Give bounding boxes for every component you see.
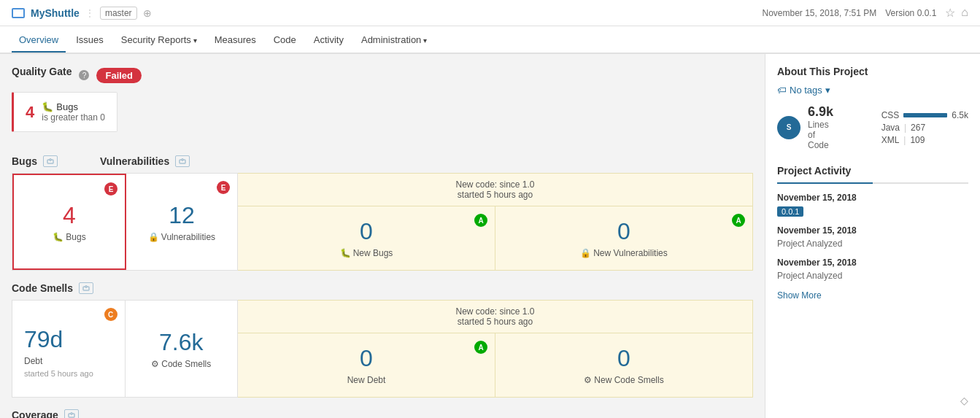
- activity-version-1[interactable]: 0.0.1: [777, 206, 803, 217]
- new-debt-cell[interactable]: A 0 New Debt: [238, 333, 495, 397]
- loc-label: Lines of Code: [808, 120, 838, 150]
- lang-xml-name: XML: [881, 135, 900, 145]
- timestamp: November 15, 2018, 7:51 PM: [763, 8, 877, 18]
- activity-section: Project Activity November 15, 2018 0.0.1…: [777, 165, 968, 301]
- new-vulns-label: 🔒 New Vulnerabilities: [580, 248, 668, 258]
- diamond-icon: ◇: [960, 395, 968, 406]
- lang-java: Java | 267: [881, 123, 968, 133]
- smells-cell[interactable]: 7.6k ⚙ Code Smells: [126, 301, 238, 397]
- new-smells-label: ⚙ New Code Smells: [584, 375, 663, 385]
- new-debt-badge: A: [474, 341, 487, 354]
- add-branch-icon[interactable]: ⊕: [143, 7, 152, 19]
- topbar: MyShuttle ⋮ master ⊕ November 15, 2018, …: [0, 0, 980, 26]
- new-bugs-label: 🐛 New Bugs: [340, 248, 393, 258]
- lang-css-name: CSS: [881, 110, 900, 120]
- loc-value[interactable]: 6.9k: [808, 104, 833, 119]
- lang-java-value: 267: [911, 123, 925, 133]
- home-icon[interactable]: ⌂: [961, 6, 968, 20]
- debt-badge: C: [104, 308, 117, 321]
- lang-java-sep: |: [904, 123, 906, 133]
- activity-desc-3: Project Analyzed: [777, 271, 968, 281]
- activity-date-1: November 15, 2018: [777, 193, 968, 203]
- lang-xml-sep: |: [903, 135, 906, 145]
- new-vulns-value: 0: [617, 218, 630, 245]
- bugs-title: Bugs: [12, 155, 37, 167]
- quality-gate-condition[interactable]: 4 🐛 Bugs is greater than 0: [12, 92, 117, 132]
- code-smells-container: C 79d Debt started 5 hours ago 7.6k ⚙ Co…: [12, 300, 753, 398]
- nav-activity[interactable]: Activity: [306, 28, 351, 53]
- debt-cell[interactable]: C 79d Debt started 5 hours ago: [12, 301, 126, 397]
- new-smells-cell[interactable]: 0 ⚙ New Code Smells: [495, 333, 752, 397]
- nav-issues[interactable]: Issues: [69, 28, 111, 53]
- smells-icon: ⚙: [151, 359, 159, 369]
- bug-icon: 🐛: [42, 101, 53, 112]
- project-icon: [12, 8, 25, 18]
- new-code-header: New code: since 1.0 started 5 hours ago: [238, 174, 752, 206]
- svg-rect-2: [180, 160, 185, 163]
- bugs-metrics-left: E 4 🐛 Bugs E 12 🔒 Vulnerabilities: [12, 173, 238, 271]
- new-vulns-badge: A: [732, 214, 745, 227]
- vulns-value: 12: [169, 202, 195, 229]
- new-code-cells: A 0 🐛 New Bugs A 0 🔒: [238, 206, 752, 270]
- coverage-key-icon[interactable]: [64, 409, 79, 418]
- activity-title: Project Activity: [777, 165, 968, 177]
- nav-overview[interactable]: Overview: [12, 28, 66, 53]
- loc-row: S 6.9k Lines of Code CSS 6.5k Java | 2: [777, 104, 968, 150]
- branch-name[interactable]: master: [100, 7, 137, 20]
- no-tags[interactable]: 🏷 No tags ▾: [777, 85, 968, 96]
- about-title: About This Project: [777, 66, 968, 77]
- bugs-section: Bugs Vulnerabilities E 4 🐛 Bugs: [12, 155, 753, 271]
- lang-breakdown: CSS 6.5k Java | 267 XML | 109: [881, 110, 968, 147]
- quality-gate-desc: is greater than 0: [42, 112, 105, 123]
- bug-icon-small: 🐛: [53, 232, 63, 242]
- coverage-title: Coverage: [12, 409, 58, 418]
- bugs-cell[interactable]: E 4 🐛 Bugs: [12, 174, 126, 270]
- bugs-label: 🐛 Bugs: [53, 232, 85, 242]
- new-bug-icon: 🐛: [340, 248, 351, 258]
- vulns-label: 🔒 Vulnerabilities: [148, 232, 215, 242]
- main-content: Quality Gate ? Failed 4 🐛 Bugs is greate…: [0, 54, 765, 418]
- vulns-cell[interactable]: E 12 🔒 Vulnerabilities: [126, 174, 237, 270]
- vulns-title: Vulnerabilities: [100, 155, 169, 167]
- tag-icon: 🏷: [777, 85, 787, 96]
- new-smells-icon: ⚙: [584, 375, 592, 385]
- activity-item-3: November 15, 2018 Project Analyzed: [777, 258, 968, 281]
- topbar-right: November 15, 2018, 7:51 PM Version 0.0.1…: [763, 6, 969, 20]
- code-smells-key-icon[interactable]: [79, 282, 93, 294]
- new-debt-value: 0: [360, 345, 373, 372]
- new-smells-value: 0: [617, 345, 630, 372]
- new-lock-icon: 🔒: [580, 248, 591, 258]
- nav-code[interactable]: Code: [266, 28, 304, 53]
- about-section: About This Project 🏷 No tags ▾ S 6.9k Li…: [777, 66, 968, 150]
- bugs-key-icon[interactable]: [43, 155, 58, 167]
- quality-gate-detail: 🐛 Bugs is greater than 0: [42, 101, 105, 123]
- project-name[interactable]: MyShuttle: [31, 7, 80, 19]
- activity-item-1: November 15, 2018 0.0.1: [777, 193, 968, 217]
- loc-circle: S: [777, 116, 800, 139]
- new-vulns-cell[interactable]: A 0 🔒 New Vulnerabilities: [495, 206, 752, 270]
- topbar-left: MyShuttle ⋮ master ⊕: [12, 7, 152, 20]
- quality-gate-number: 4: [26, 103, 34, 122]
- new-code-header-2: New code: since 1.0 started 5 hours ago: [238, 301, 752, 333]
- new-code-subtitle: started 5 hours ago: [244, 190, 746, 200]
- code-smells-section: Code Smells C 79d Debt started 5 hours a…: [12, 282, 753, 398]
- quality-gate-help-icon[interactable]: ?: [79, 70, 89, 80]
- new-code-title: New code: since 1.0: [244, 179, 746, 190]
- star-icon[interactable]: ☆: [945, 6, 955, 20]
- activity-divider: [777, 182, 968, 184]
- nav-measures[interactable]: Measures: [207, 28, 263, 53]
- new-bugs-cell[interactable]: A 0 🐛 New Bugs: [238, 206, 495, 270]
- show-more-link[interactable]: Show More: [777, 290, 822, 301]
- activity-date-3: November 15, 2018: [777, 258, 968, 268]
- lang-css-value: 6.5k: [952, 110, 968, 120]
- bugs-metrics-container: E 4 🐛 Bugs E 12 🔒 Vulnerabilities: [12, 173, 753, 271]
- nav-security-reports[interactable]: Security Reports: [114, 28, 204, 53]
- bugs-header: Bugs Vulnerabilities: [12, 155, 753, 167]
- nav-administration[interactable]: Administration: [354, 28, 434, 53]
- vulns-key-icon[interactable]: [175, 155, 190, 167]
- quality-gate-title: Quality Gate: [12, 66, 72, 77]
- layout: Quality Gate ? Failed 4 🐛 Bugs is greate…: [0, 54, 980, 418]
- lang-xml-value: 109: [910, 135, 925, 145]
- smells-label: ⚙ Code Smells: [151, 359, 211, 369]
- svg-rect-6: [69, 414, 74, 417]
